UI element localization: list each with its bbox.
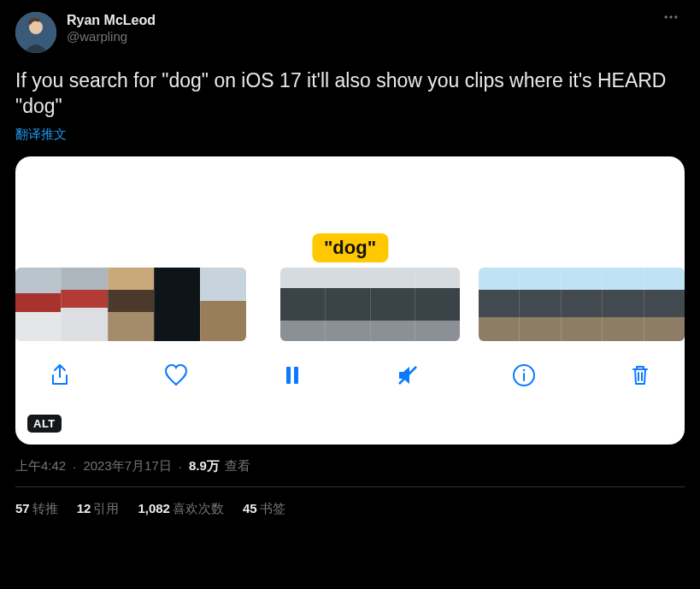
- clip-frame: [602, 268, 643, 341]
- clip-frame: [154, 268, 200, 341]
- translate-link[interactable]: 翻译推文: [15, 127, 685, 143]
- tweet-container: Ryan McLeod @warpling If you search for …: [0, 0, 700, 517]
- media-card[interactable]: "dog": [15, 156, 685, 445]
- tweet-header: Ryan McLeod @warpling: [15, 12, 685, 53]
- pause-icon: [279, 362, 306, 389]
- media-toolbar: [15, 341, 685, 391]
- pause-button[interactable]: [277, 360, 308, 391]
- clip-frame: [200, 268, 246, 341]
- avatar[interactable]: [15, 12, 56, 53]
- heart-icon: [162, 362, 190, 389]
- share-button[interactable]: [44, 360, 75, 391]
- clips-row: [15, 268, 685, 341]
- clip-frame: [325, 268, 370, 341]
- meta-dot: [69, 459, 79, 474]
- clip-frame: [519, 268, 560, 341]
- alt-badge[interactable]: ALT: [27, 415, 62, 433]
- media-top-area: "dog": [15, 156, 685, 268]
- clip-frame: [370, 268, 415, 341]
- clip-frame: [644, 268, 685, 341]
- svg-point-2: [665, 15, 668, 18]
- clip-group[interactable]: [479, 268, 685, 341]
- clip-frame: [479, 268, 519, 341]
- clip-frame: [15, 268, 61, 341]
- trash-button[interactable]: [625, 360, 656, 391]
- heart-button[interactable]: [161, 360, 191, 391]
- svg-point-4: [674, 15, 677, 18]
- info-icon: [510, 362, 538, 389]
- author-block: Ryan McLeod @warpling: [67, 12, 156, 45]
- clip-frame: [108, 268, 154, 341]
- avatar-image: [15, 12, 56, 53]
- display-name[interactable]: Ryan McLeod: [67, 12, 156, 29]
- svg-point-3: [669, 15, 672, 18]
- stat-retweets[interactable]: 57转推: [15, 501, 58, 517]
- svg-point-10: [523, 369, 525, 371]
- svg-rect-6: [294, 367, 298, 384]
- stat-quotes[interactable]: 12引用: [77, 501, 120, 517]
- more-button[interactable]: [662, 9, 679, 29]
- stat-likes[interactable]: 1,082喜欢次数: [138, 501, 224, 517]
- clip-frame: [561, 268, 602, 341]
- more-icon: [662, 9, 679, 26]
- share-icon: [46, 362, 74, 389]
- views-count: 8.9万: [189, 458, 220, 474]
- meta-row: 上午4:42 2023年7月17日 8.9万 查看: [15, 458, 685, 474]
- trash-icon: [626, 362, 654, 389]
- svg-rect-5: [286, 367, 291, 384]
- search-chip: "dog": [312, 233, 388, 262]
- tweet-time[interactable]: 上午4:42: [15, 458, 66, 474]
- mute-icon: [394, 362, 421, 389]
- stat-bookmarks[interactable]: 45书签: [243, 501, 285, 517]
- handle[interactable]: @warpling: [67, 29, 156, 45]
- info-button[interactable]: [509, 360, 539, 391]
- tweet-date[interactable]: 2023年7月17日: [83, 458, 171, 474]
- clip-frame: [280, 268, 325, 341]
- clip-group[interactable]: [15, 268, 246, 341]
- meta-dot: [175, 459, 185, 474]
- clip-frame: [415, 268, 460, 341]
- mute-button[interactable]: [392, 360, 423, 391]
- clip-frame: [61, 268, 107, 341]
- tweet-text: If you search for "dog" on iOS 17 it'll …: [15, 68, 685, 120]
- stats-row: 57转推 12引用 1,082喜欢次数 45书签: [15, 487, 685, 517]
- views-label: 查看: [225, 458, 250, 474]
- clip-group[interactable]: [280, 268, 460, 341]
